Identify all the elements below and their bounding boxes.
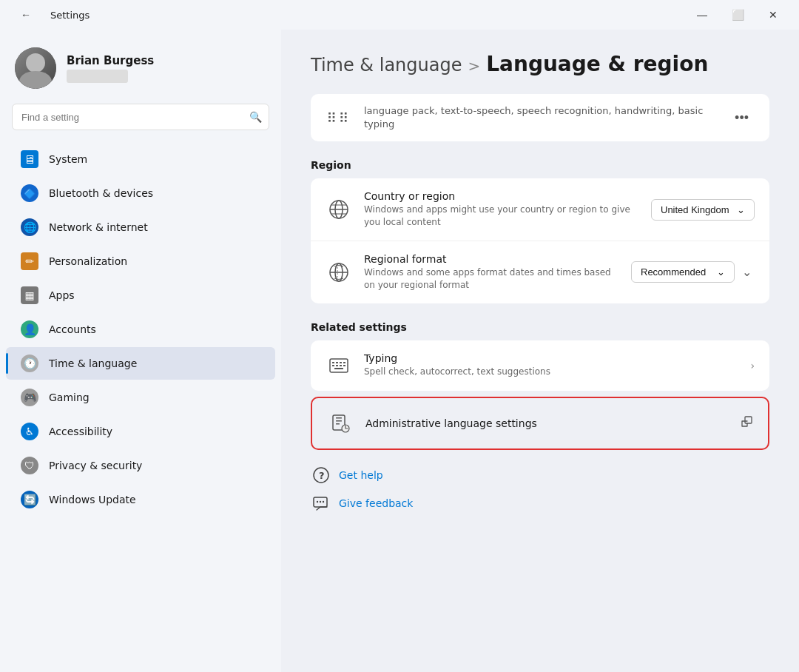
country-value: United Kingdom [661,204,729,215]
regional-format-row[interactable]: Regional format Windows and some apps fo… [311,241,769,303]
titlebar-controls: — ⬜ ✕ [685,3,790,27]
sidebar-item-network[interactable]: 🌐 Network & internet [6,211,275,243]
external-link-icon [740,415,753,431]
sidebar-label-system: System [49,153,87,165]
sidebar-label-time: Time & language [49,357,137,369]
titlebar: ← Settings — ⬜ ✕ [0,0,799,30]
svg-point-29 [320,500,321,502]
language-pack-icon: ⠿⠿ [326,104,352,131]
sidebar-item-apps[interactable]: ▦ Apps [6,279,275,312]
sidebar-label-bluetooth: Bluetooth & devices [49,187,153,199]
regional-format-action: Recommended ⌄ ⌄ [631,261,755,283]
svg-rect-15 [336,365,338,366]
sidebar-label-personalization: Personalization [49,255,127,267]
avatar [15,47,56,89]
typing-row[interactable]: Typing Spell check, autocorrect, text su… [311,340,769,391]
search-icon: 🔍 [249,111,262,123]
sidebar-item-bluetooth[interactable]: 🔷 Bluetooth & devices [6,177,275,209]
svg-rect-22 [336,423,340,425]
sidebar-profile[interactable]: Brian Burgess [0,41,281,104]
svg-rect-14 [332,365,334,366]
sidebar-item-update[interactable]: 🔄 Windows Update [6,483,275,516]
svg-text:?: ? [319,470,325,481]
accessibility-icon: ♿ [21,423,38,440]
profile-info: Brian Burgess [67,54,154,83]
svg-rect-12 [340,362,342,363]
get-help-icon: ? [311,465,331,485]
breadcrumb-current: Language & region [486,52,708,76]
give-feedback-link[interactable]: Give feedback [311,493,769,514]
personalization-icon: ✏️ [21,252,38,270]
sidebar-item-accessibility[interactable]: ♿ Accessibility [6,415,275,448]
system-icon: 🖥 [21,150,38,168]
svg-rect-18 [334,368,343,369]
get-help-link[interactable]: ? Get help [311,465,769,485]
sidebar-label-accessibility: Accessibility [49,426,112,437]
regional-format-expand-button[interactable]: ⌄ [739,262,755,282]
typing-chevron-icon: › [750,360,755,372]
breadcrumb-parent: Time & language [311,55,462,75]
language-pack-text: language pack, text-to-speech, speech re… [364,104,717,131]
country-dropdown-chevron: ⌄ [737,204,745,215]
app-body: Brian Burgess 🔍 🖥 System 🔷 Bluetooth & d… [0,30,799,672]
main-content: Time & language > Language & region ⠿⠿ l… [281,30,799,672]
sidebar: Brian Burgess 🔍 🖥 System 🔷 Bluetooth & d… [0,30,281,672]
language-pack-more-button[interactable]: ••• [729,109,755,127]
profile-name: Brian Burgess [67,54,154,67]
admin-language-icon [327,410,354,437]
region-section-title: Region [311,159,769,171]
svg-rect-11 [336,362,338,363]
titlebar-title: Settings [50,10,90,21]
maximize-button[interactable]: ⬜ [721,3,755,27]
format-dropdown-chevron: ⌄ [717,266,725,278]
sidebar-label-network: Network & internet [49,221,148,233]
svg-point-28 [317,500,318,502]
country-text: Country or region Windows and apps might… [364,190,639,229]
sidebar-label-privacy: Privacy & security [49,460,142,471]
minimize-button[interactable]: — [685,3,719,27]
language-pack-card[interactable]: ⠿⠿ language pack, text-to-speech, speech… [311,94,769,141]
svg-rect-21 [336,420,342,422]
svg-rect-17 [343,365,345,366]
admin-language-card[interactable]: Administrative language settings [311,397,769,450]
typing-subtitle: Spell check, autocorrect, text suggestio… [364,366,738,378]
admin-language-action [740,415,753,431]
gaming-icon: 🎮 [21,389,38,406]
admin-language-text: Administrative language settings [365,417,728,429]
admin-language-row[interactable]: Administrative language settings [312,398,768,448]
country-title: Country or region [364,190,639,202]
sidebar-item-privacy[interactable]: 🛡 Privacy & security [6,449,275,482]
give-feedback-label: Give feedback [339,497,413,509]
country-subtitle: Windows and apps might use your country … [364,204,639,229]
typing-card[interactable]: Typing Spell check, autocorrect, text su… [311,340,769,391]
typing-icon [326,352,352,379]
sidebar-item-personalization[interactable]: ✏️ Personalization [6,245,275,278]
accounts-icon: 👤 [21,320,38,338]
close-button[interactable]: ✕ [756,3,790,27]
sidebar-item-accounts[interactable]: 👤 Accounts [6,313,275,346]
typing-chevron: › [750,360,755,372]
search-input[interactable] [12,104,269,130]
sidebar-item-gaming[interactable]: 🎮 Gaming [6,381,275,414]
regional-format-dropdown[interactable]: Recommended ⌄ [631,261,735,283]
profile-subtitle [67,70,128,83]
svg-rect-13 [343,362,345,363]
country-action: United Kingdom ⌄ [651,199,755,221]
sidebar-label-update: Windows Update [49,494,136,505]
regional-format-icon [326,259,352,286]
back-button[interactable]: ← [9,3,43,27]
sidebar-label-apps: Apps [49,289,75,301]
sidebar-item-time[interactable]: 🕐 Time & language [6,347,275,380]
svg-rect-10 [332,362,334,363]
sidebar-item-system[interactable]: 🖥 System [6,143,275,175]
titlebar-left: ← Settings [9,3,90,27]
related-settings-title: Related settings [311,321,769,333]
bluetooth-icon: 🔷 [21,184,38,202]
sidebar-label-gaming: Gaming [49,392,90,403]
network-icon: 🌐 [21,218,38,236]
privacy-icon: 🛡 [21,457,38,474]
sidebar-nav: 🖥 System 🔷 Bluetooth & devices 🌐 Network… [0,142,281,517]
country-dropdown[interactable]: United Kingdom ⌄ [651,199,755,221]
sidebar-label-accounts: Accounts [49,323,96,335]
country-region-row[interactable]: Country or region Windows and apps might… [311,178,769,241]
